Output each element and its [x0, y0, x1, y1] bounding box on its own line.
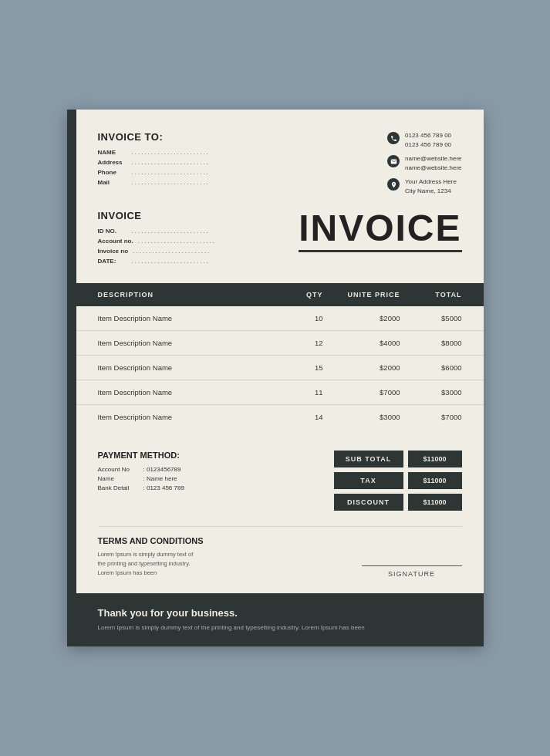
header-section: INVOICE TO: NAME .......................… [98, 131, 462, 196]
row1-total: $5000 [400, 314, 462, 322]
terms-signature-section: TERMS AND CONDITIONS Lorem Ipsum is simp… [98, 526, 462, 593]
table-section: DESCRIPTION QTY UNITE PRICE TOTAL Item D… [76, 283, 484, 429]
tax-label: TAX [334, 472, 403, 489]
totals-block: SUB TOTAL $11000 TAX $11000 DISCOUNT $11… [334, 451, 462, 511]
bank-detail-value: : 0123 456 789 [143, 484, 184, 491]
row4-description: Item Description Name [98, 388, 262, 397]
left-accent-bar [67, 110, 76, 646]
row1-qty: 10 [262, 314, 323, 322]
signature-label: SIGNATURE [362, 570, 462, 578]
row1-unit-price: $2000 [323, 314, 400, 322]
row2-qty: 12 [262, 339, 323, 347]
invoice-no-label: Invoice no [98, 248, 129, 255]
address-text: Your Address HereCity Name, 1234 [405, 177, 457, 196]
table-row: Item Description Name 10 $2000 $5000 [76, 306, 484, 331]
phone-icon [387, 132, 400, 144]
col-qty: QTY [262, 291, 323, 299]
discount-label: DISCOUNT [334, 494, 403, 511]
email-contact-row: name@website.herename@website.here [387, 154, 462, 173]
row4-total: $3000 [400, 388, 462, 397]
address-field-row: Address ........................ [98, 159, 210, 166]
table-row: Item Description Name 11 $7000 $3000 [76, 380, 484, 405]
col-description: DESCRIPTION [98, 291, 262, 299]
phone-field-row: Phone ........................ [98, 169, 210, 176]
row5-description: Item Description Name [98, 413, 262, 421]
account-dots: ........................ [138, 238, 216, 245]
table-row: Item Description Name 12 $4000 $8000 [76, 331, 484, 356]
contact-block: 0123 456 789 000123 456 789 00 name@webs… [387, 131, 462, 196]
date-label: DATE: [98, 258, 127, 265]
row2-description: Item Description Name [98, 339, 262, 347]
id-field-row: ID NO. ........................ [98, 228, 217, 235]
row5-unit-price: $3000 [323, 413, 400, 421]
subtotal-label: SUB TOTAL [334, 451, 403, 467]
phone-dots: ........................ [132, 169, 210, 176]
footer-title: Thank you for your business. [98, 607, 462, 619]
big-title-block: INVOICE [299, 210, 461, 252]
row5-qty: 14 [262, 413, 323, 421]
terms-text: Lorem Ipsum is simply dummy text ofthe p… [98, 550, 204, 578]
name-label: NAME [98, 149, 127, 156]
invoice-to-block: INVOICE TO: NAME .......................… [98, 131, 210, 189]
invoice-label: INVOICE [98, 210, 217, 221]
id-dots: ........................ [132, 228, 210, 235]
date-dots: ........................ [132, 258, 210, 265]
name-key: Name [98, 475, 140, 482]
name-row: Name : Name here [98, 475, 184, 482]
bank-detail-key: Bank Detail [98, 484, 140, 491]
bank-detail-row: Bank Detail : 0123 456 789 [98, 484, 184, 491]
footer-text: Lorem Ipsum is simply dummy text of the … [98, 623, 462, 633]
address-label: Address [98, 159, 127, 166]
row4-qty: 11 [262, 388, 323, 397]
terms-title: TERMS AND CONDITIONS [98, 536, 204, 545]
id-label: ID NO. [98, 228, 127, 235]
invoice-page: INVOICE TO: NAME .......................… [67, 110, 484, 646]
col-total: TOTAL [400, 291, 462, 299]
invoice-to-title: INVOICE TO: [98, 131, 210, 143]
address-contact-row: Your Address HereCity Name, 1234 [387, 177, 457, 196]
phone-contact-row: 0123 456 789 000123 456 789 00 [387, 131, 451, 150]
mail-dots: ........................ [132, 179, 210, 186]
terms-block: TERMS AND CONDITIONS Lorem Ipsum is simp… [98, 536, 204, 578]
big-invoice-title: INVOICE [299, 210, 461, 247]
title-underline [299, 250, 461, 252]
name-field-row: NAME ........................ [98, 149, 210, 156]
row4-unit-price: $7000 [323, 388, 400, 397]
row3-description: Item Description Name [98, 363, 262, 372]
account-field-row: Account no. ........................ [98, 238, 217, 245]
row3-unit-price: $2000 [323, 363, 400, 372]
account-no-key: Account No [98, 466, 140, 473]
email-text: name@website.herename@website.here [405, 154, 462, 173]
name-dots: ........................ [132, 149, 210, 156]
signature-line [362, 565, 462, 566]
account-no-row: Account No : 0123456789 [98, 466, 184, 473]
table-header: DESCRIPTION QTY UNITE PRICE TOTAL [76, 283, 484, 306]
signature-block: SIGNATURE [362, 565, 462, 578]
account-label: Account no. [98, 238, 133, 245]
location-icon [387, 178, 400, 191]
payment-block: PAYMENT METHOD: Account No : 0123456789 … [98, 451, 184, 494]
name-value: : Name here [143, 475, 177, 482]
row5-total: $7000 [400, 413, 462, 421]
mail-label: Mail [98, 179, 127, 186]
discount-value: $11000 [408, 494, 462, 511]
tax-value: $11000 [408, 472, 462, 489]
tax-row: TAX $11000 [334, 472, 462, 489]
invoice-no-field-row: Invoice no ........................ [98, 248, 217, 255]
row3-qty: 15 [262, 363, 323, 372]
subtotal-value: $11000 [408, 451, 462, 467]
footer: Thank you for your business. Lorem Ipsum… [76, 593, 484, 646]
col-unit-price: UNITE PRICE [323, 291, 400, 299]
phone-text: 0123 456 789 000123 456 789 00 [405, 131, 451, 150]
invoice-title-section: INVOICE ID NO. ........................ … [98, 210, 462, 268]
bottom-section: PAYMENT METHOD: Account No : 0123456789 … [98, 451, 462, 526]
row1-description: Item Description Name [98, 314, 262, 322]
invoice-details-block: INVOICE ID NO. ........................ … [98, 210, 217, 268]
mail-field-row: Mail ........................ [98, 179, 210, 186]
account-no-value: : 0123456789 [143, 466, 181, 473]
phone-label: Phone [98, 169, 127, 176]
payment-title: PAYMENT METHOD: [98, 451, 184, 460]
row3-total: $6000 [400, 363, 462, 372]
email-icon [387, 155, 400, 167]
address-dots: ........................ [132, 159, 210, 166]
